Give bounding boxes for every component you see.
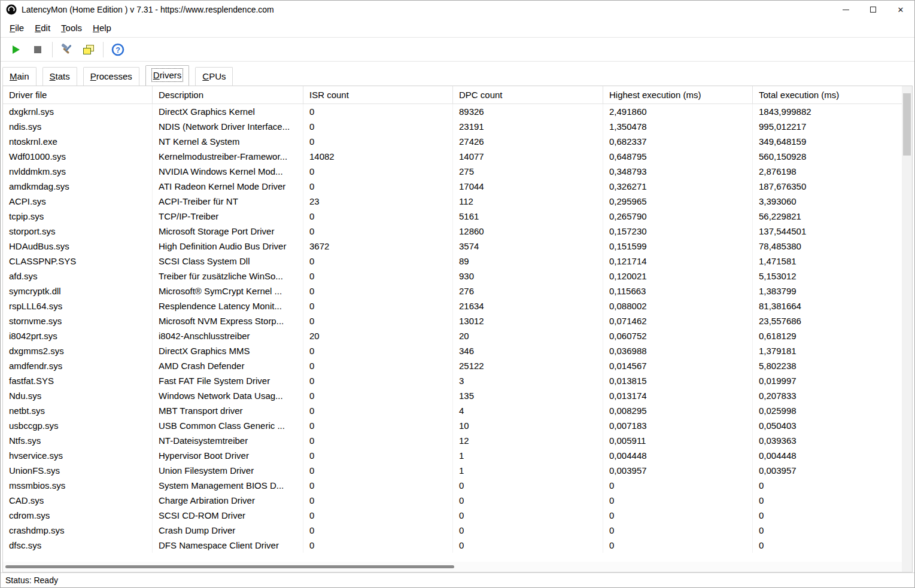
table-row[interactable]: mssmbios.sysSystem Management BIOS D...0… [3, 478, 902, 493]
close-button[interactable]: ✕ [887, 1, 914, 19]
table-row[interactable]: UnionFS.sysUnion Filesystem Driver010,00… [3, 463, 902, 478]
table-cell: 21634 [453, 298, 603, 313]
column-header-dpc-count[interactable]: DPC count [453, 86, 603, 103]
table-row[interactable]: dxgmms2.sysDirectX Graphics MMS03460,036… [3, 343, 902, 358]
table-row[interactable]: dxgkrnl.sysDirectX Graphics Kernel089326… [3, 104, 902, 119]
table-cell: 0 [603, 478, 753, 493]
table-cell: 0,013174 [603, 388, 753, 403]
table-cell: Microsoft® SymCrypt Kernel ... [153, 284, 303, 298]
column-header-isr-count[interactable]: ISR count [303, 86, 453, 103]
table-cell: 0,003957 [603, 463, 753, 478]
table-cell: 0 [603, 538, 753, 553]
table-row[interactable]: dfsc.sysDFS Namespace Client Driver0000 [3, 538, 902, 553]
table-cell: 137,544501 [753, 224, 902, 239]
table-cell: 135 [453, 388, 603, 403]
drivers-table: Driver file Description ISR count DPC co… [2, 86, 913, 572]
table-cell: 0,115663 [603, 284, 753, 298]
vertical-scrollbar[interactable] [902, 86, 912, 562]
tools-button[interactable] [56, 40, 78, 59]
table-row[interactable]: CAD.sysCharge Arbiration Driver0000 [3, 493, 902, 508]
table-cell: 23 [303, 194, 453, 209]
toolbar-separator [52, 42, 53, 57]
table-cell: 0 [753, 523, 902, 538]
table-cell: 0,151599 [603, 239, 753, 254]
menu-file[interactable]: File [4, 20, 29, 35]
table-row[interactable]: HDAudBus.sysHigh Definition Audio Bus Dr… [3, 239, 902, 254]
table-row[interactable]: tcpip.sysTCP/IP-Treiber051610,26579056,2… [3, 209, 902, 224]
help-icon: ? [111, 43, 124, 56]
tab-cpus[interactable]: CPUs [195, 67, 233, 86]
table-row[interactable]: fastfat.SYSFast FAT File System Driver03… [3, 373, 902, 388]
column-header-driver-file[interactable]: Driver file [3, 86, 153, 103]
table-row[interactable]: hvservice.sysHypervisor Boot Driver010,0… [3, 448, 902, 463]
table-row[interactable]: amdfendr.sysAMD Crash Defender0251220,01… [3, 358, 902, 373]
vertical-scrollbar-thumb[interactable] [903, 93, 911, 156]
menu-edit[interactable]: Edit [29, 20, 56, 35]
table-row[interactable]: ntoskrnl.exeNT Kernel & System0274260,68… [3, 134, 902, 149]
table-row[interactable]: afd.sysTreiber für zusätzliche WinSo...0… [3, 269, 902, 284]
menu-help[interactable]: Help [87, 20, 117, 35]
table-cell: 0 [303, 433, 453, 448]
table-cell: usbccgp.sys [3, 418, 153, 433]
tab-processes[interactable]: Processes [83, 67, 139, 86]
table-row[interactable]: symcryptk.dllMicrosoft® SymCrypt Kernel … [3, 284, 902, 298]
table-cell: netbt.sys [3, 403, 153, 418]
table-cell: i8042prt.sys [3, 328, 153, 343]
column-header-description[interactable]: Description [153, 86, 303, 103]
table-cell: 23,557686 [753, 313, 902, 328]
column-header-total-execution[interactable]: Total execution (ms) [753, 86, 902, 103]
maximize-button[interactable] [859, 1, 887, 19]
table-row[interactable]: netbt.sysMBT Transport driver040,0082950… [3, 403, 902, 418]
table-cell: SCSI Class System Dll [153, 254, 303, 269]
table-row[interactable]: usbccgp.sysUSB Common Class Generic ...0… [3, 418, 902, 433]
table-cell: 0 [303, 523, 453, 538]
table-cell: 3574 [453, 239, 603, 254]
table-header: Driver file Description ISR count DPC co… [3, 86, 902, 104]
table-cell: 0 [303, 254, 453, 269]
tab-drivers[interactable]: Drivers [145, 65, 190, 86]
table-row[interactable]: Ndu.sysWindows Network Data Usag...01350… [3, 388, 902, 403]
table-cell: 0,326271 [603, 179, 753, 194]
help-button[interactable]: ? [107, 40, 129, 59]
table-row[interactable]: i8042prt.sysi8042-Anschlusstreiber20200,… [3, 328, 902, 343]
tab-drivers-label: Drivers [153, 70, 182, 80]
table-row[interactable]: nvlddmkm.sysNVIDIA Windows Kernel Mod...… [3, 164, 902, 179]
table-cell: crashdmp.sys [3, 523, 153, 538]
table-row[interactable]: Ntfs.sysNT-Dateisystemtreiber0120,005911… [3, 433, 902, 448]
table-cell: 78,485380 [753, 239, 902, 254]
table-row[interactable]: rspLLL64.sysResplendence Latency Monit..… [3, 298, 902, 313]
run-button[interactable] [5, 40, 27, 59]
column-header-highest-execution[interactable]: Highest execution (ms) [603, 86, 753, 103]
table-viewport: Driver file Description ISR count DPC co… [3, 86, 902, 562]
horizontal-scrollbar-thumb[interactable] [5, 565, 454, 568]
table-cell: 4 [453, 403, 603, 418]
table-cell: 349,648159 [753, 134, 902, 149]
minimize-button[interactable] [832, 1, 859, 19]
stop-button[interactable] [27, 40, 48, 59]
table-row[interactable]: amdkmdag.sysATI Radeon Kernel Mode Drive… [3, 179, 902, 194]
table-cell: rspLLL64.sys [3, 298, 153, 313]
table-row[interactable]: ndis.sysNDIS (Network Driver Interface..… [3, 119, 902, 134]
scrollbar-corner [902, 562, 912, 572]
table-cell: 89326 [453, 104, 603, 119]
copy-button[interactable] [78, 40, 99, 59]
table-row[interactable]: ACPI.sysACPI-Treiber für NT231120,295965… [3, 194, 902, 209]
horizontal-scrollbar[interactable] [3, 562, 902, 572]
table-cell: storport.sys [3, 224, 153, 239]
table-cell: 0 [303, 478, 453, 493]
menu-tools[interactable]: Tools [56, 20, 87, 35]
tab-stats[interactable]: Stats [42, 67, 77, 86]
table-cell: 0 [303, 403, 453, 418]
table-cell: 112 [453, 194, 603, 209]
table-cell: 0,005911 [603, 433, 753, 448]
table-cell: dfsc.sys [3, 538, 153, 553]
table-row[interactable]: CLASSPNP.SYSSCSI Class System Dll0890,12… [3, 254, 902, 269]
table-cell: 0 [453, 523, 603, 538]
table-row[interactable]: Wdf01000.sysKernelmodustreiber-Framewor.… [3, 149, 902, 164]
table-row[interactable]: crashdmp.sysCrash Dump Driver0000 [3, 523, 902, 538]
table-cell: 3 [453, 373, 603, 388]
table-row[interactable]: storport.sysMicrosoft Storage Port Drive… [3, 224, 902, 239]
tab-main[interactable]: Main [2, 67, 37, 86]
table-row[interactable]: stornvme.sysMicrosoft NVM Express Storp.… [3, 313, 902, 328]
table-row[interactable]: cdrom.sysSCSI CD-ROM Driver0000 [3, 508, 902, 523]
